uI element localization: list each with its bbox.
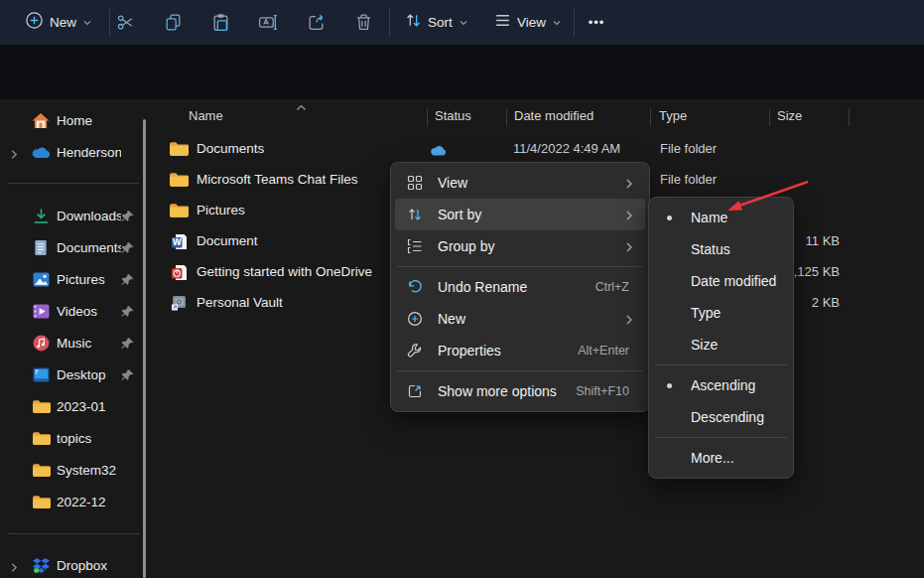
new-button[interactable]: New (16, 6, 101, 39)
view-button[interactable]: View (486, 6, 570, 39)
column-header-type[interactable]: Type (659, 108, 687, 123)
address-bar-row: › This PC › Windows (C:) › Users › HP › … (0, 45, 924, 99)
context-menu-item-show-more-options[interactable]: Show more options Shift+F10 (395, 375, 645, 407)
view-button-label: View (517, 15, 546, 30)
file-name: Document (197, 233, 258, 248)
submenu-item-size[interactable]: Size (653, 329, 789, 361)
file-name: Documents (197, 141, 264, 156)
sidebar-item-topics[interactable]: topics (0, 422, 143, 454)
sidebar-item-videos[interactable]: Videos (0, 295, 143, 327)
menu-item-label: Status (691, 241, 730, 257)
menu-item-label: Size (691, 337, 718, 353)
sidebar-item-home[interactable]: Home (0, 104, 143, 136)
column-divider[interactable] (427, 108, 428, 126)
more-options-button[interactable]: ••• (578, 6, 615, 39)
plus-circle-icon (406, 310, 424, 328)
column-divider[interactable] (849, 108, 850, 126)
file-explorer-window: New Sort (0, 0, 924, 578)
sidebar-item-label: 2022-12 (57, 495, 121, 509)
sidebar-separator (8, 533, 139, 534)
menu-item-label: Ascending (691, 377, 755, 393)
sidebar-item-label: Downloads (57, 209, 121, 223)
chevron-down-icon (459, 14, 468, 32)
column-divider[interactable] (650, 108, 651, 126)
file-name: Getting started with OneDrive (197, 264, 372, 279)
dropbox-icon (31, 555, 51, 575)
sidebar-item-label: Pictures (57, 272, 121, 287)
submenu-item-type[interactable]: Type (653, 297, 789, 329)
group-by-icon (406, 237, 424, 255)
context-menu-item-new[interactable]: New (395, 303, 645, 335)
sidebar-item-desktop[interactable]: Desktop (0, 359, 143, 390)
submenu-item-ascending[interactable]: Ascending (653, 369, 789, 401)
sidebar-item-documents[interactable]: Documents (0, 231, 143, 263)
submenu-item-more[interactable]: More... (653, 442, 789, 474)
file-size: 1,125 KB (787, 264, 841, 279)
column-header-date-modified[interactable]: Date modified (514, 108, 594, 123)
file-name: Microsoft Teams Chat Files (197, 172, 358, 187)
toolbar-separator (574, 9, 575, 36)
context-menu-item-properties[interactable]: Properties Alt+Enter (395, 335, 645, 366)
sidebar-item-2023-01[interactable]: 2023-01 (0, 390, 143, 422)
sidebar-item-onedrive[interactable]: Henderson - Per (0, 136, 143, 168)
sort-arrows-icon (405, 12, 422, 33)
file-row-documents[interactable]: Documents 11/4/2022 4:49 AM File folder (156, 134, 924, 165)
pin-icon (121, 304, 135, 318)
copy-icon (164, 13, 183, 32)
menu-item-label: More... (691, 450, 734, 466)
rename-button[interactable] (248, 6, 288, 39)
delete-button[interactable] (343, 6, 383, 39)
copy-button[interactable] (153, 6, 193, 39)
share-button[interactable] (296, 6, 335, 39)
folder-icon (169, 139, 189, 159)
submenu-item-status[interactable]: Status (653, 233, 789, 265)
chevron-right-icon[interactable] (9, 146, 21, 158)
new-button-label: New (50, 15, 76, 30)
context-menu-item-view[interactable]: View (395, 167, 645, 199)
column-header-status[interactable]: Status (435, 108, 471, 123)
cut-icon (116, 13, 135, 32)
context-menu: View Sort by Group by (390, 162, 650, 412)
cloud-status-icon (430, 142, 447, 160)
sort-ascending-caret-icon (296, 99, 307, 114)
context-menu-item-group-by[interactable]: Group by (395, 230, 645, 262)
pictures-icon (31, 269, 51, 289)
column-header-name[interactable]: Name (189, 108, 223, 123)
chevron-right-icon[interactable] (9, 559, 21, 571)
sidebar-item-music[interactable]: Music (0, 327, 143, 359)
word-document-icon: W (169, 231, 189, 251)
sidebar-item-downloads[interactable]: Downloads (0, 200, 143, 231)
column-header-size[interactable]: Size (777, 108, 802, 123)
sidebar-item-label: Videos (57, 304, 121, 319)
vault-shortcut-icon (169, 293, 189, 313)
menu-item-label: Date modified (691, 273, 776, 289)
cut-button[interactable] (105, 6, 145, 39)
chevron-down-icon (552, 14, 562, 32)
submenu-item-name[interactable]: Name (653, 202, 789, 233)
sidebar-item-pictures[interactable]: Pictures (0, 263, 143, 295)
wrench-icon (406, 342, 424, 360)
sort-button[interactable]: Sort (397, 6, 476, 39)
file-date-modified: 11/4/2022 4:49 AM (513, 141, 620, 156)
column-header-row: Name Status Date modified Type Size (156, 105, 924, 131)
column-divider[interactable] (769, 108, 770, 126)
submenu-item-date-modified[interactable]: Date modified (653, 265, 789, 297)
view-grid-icon (406, 174, 424, 192)
sidebar-scrollbar[interactable] (143, 119, 146, 578)
paste-button[interactable] (200, 6, 240, 39)
file-type: File folder (660, 141, 717, 156)
menu-item-shortcut: Ctrl+Z (595, 280, 629, 294)
menu-item-shortcut: Shift+F10 (576, 384, 629, 398)
submenu-item-descending[interactable]: Descending (653, 401, 789, 433)
column-divider[interactable] (506, 108, 507, 126)
menu-item-label: Properties (438, 343, 501, 359)
chevron-right-icon (623, 313, 635, 325)
folder-icon (169, 170, 189, 190)
sort-by-submenu: Name Status Date modified Type Size Asce… (648, 197, 794, 479)
context-menu-item-undo-rename[interactable]: Undo Rename Ctrl+Z (395, 271, 645, 303)
context-menu-item-sort-by[interactable]: Sort by (395, 199, 645, 230)
sidebar-item-2022-12[interactable]: 2022-12 (0, 486, 143, 517)
sidebar-item-dropbox[interactable]: Dropbox (0, 549, 143, 578)
sidebar-item-system32[interactable]: System32 (0, 454, 143, 486)
trash-icon (354, 13, 373, 32)
